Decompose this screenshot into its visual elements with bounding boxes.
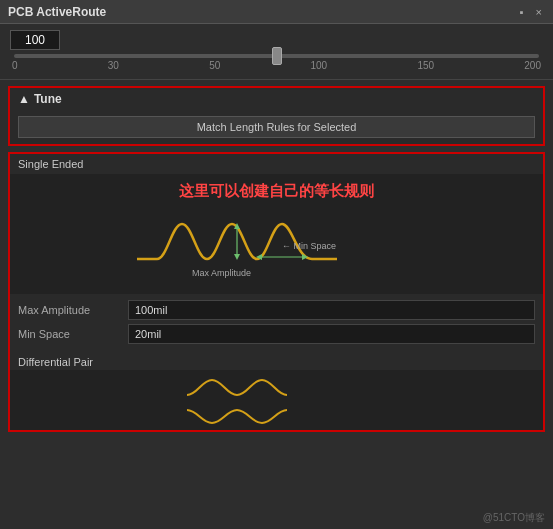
bottom-waveform-area: [10, 370, 543, 430]
slider-section: 100 0 30 50 100 150 200: [0, 24, 553, 80]
params-area: Max Amplitude Min Space: [10, 294, 543, 352]
svg-text:Max Amplitude: Max Amplitude: [192, 268, 251, 278]
slider-value-display[interactable]: 100: [10, 30, 60, 50]
max-amplitude-row: Max Amplitude: [18, 300, 535, 320]
min-space-row: Min Space: [18, 324, 535, 344]
slider-label-150: 150: [417, 60, 434, 71]
slider-label-0: 0: [12, 60, 18, 71]
match-length-button[interactable]: Match Length Rules for Selected: [18, 116, 535, 138]
chinese-annotation: 这里可以创建自己的等长规则: [10, 182, 543, 201]
title-bar-controls: ▪ ×: [517, 6, 545, 18]
tune-collapse-icon[interactable]: ▲: [18, 92, 30, 106]
min-space-input[interactable]: [128, 324, 535, 344]
single-ended-header: Single Ended: [10, 154, 543, 174]
slider-container[interactable]: [10, 54, 543, 58]
watermark: @51CTO博客: [483, 511, 545, 525]
tune-section: ▲ Tune Match Length Rules for Selected: [8, 86, 545, 146]
pin-button[interactable]: ▪: [517, 6, 527, 18]
slider-thumb[interactable]: [272, 47, 282, 65]
tune-header: ▲ Tune: [10, 88, 543, 110]
slider-label-30: 30: [108, 60, 119, 71]
slider-label-100: 100: [310, 60, 327, 71]
close-button[interactable]: ×: [533, 6, 545, 18]
panel-title: PCB ActiveRoute: [8, 5, 106, 19]
svg-marker-1: [234, 254, 240, 260]
tune-label: Tune: [34, 92, 62, 106]
tune-body: Match Length Rules for Selected: [10, 110, 543, 144]
single-ended-section: Single Ended 这里可以创建自己的等长规则 Max Amplitude…: [8, 152, 545, 432]
bottom-waveform-svg: [177, 375, 377, 430]
title-bar: PCB ActiveRoute ▪ ×: [0, 0, 553, 24]
max-amplitude-label: Max Amplitude: [18, 304, 128, 316]
slider-label-200: 200: [524, 60, 541, 71]
waveform-svg: Max Amplitude ← Min Space: [127, 214, 427, 284]
slider-track: [14, 54, 539, 58]
diff-pair-header: Differential Pair: [10, 352, 543, 370]
max-amplitude-input[interactable]: [128, 300, 535, 320]
min-space-label: Min Space: [18, 328, 128, 340]
svg-text:← Min Space: ← Min Space: [282, 241, 336, 251]
waveform-diagram-area: 这里可以创建自己的等长规则 Max Amplitude ← Min Space: [10, 174, 543, 294]
slider-label-50: 50: [209, 60, 220, 71]
